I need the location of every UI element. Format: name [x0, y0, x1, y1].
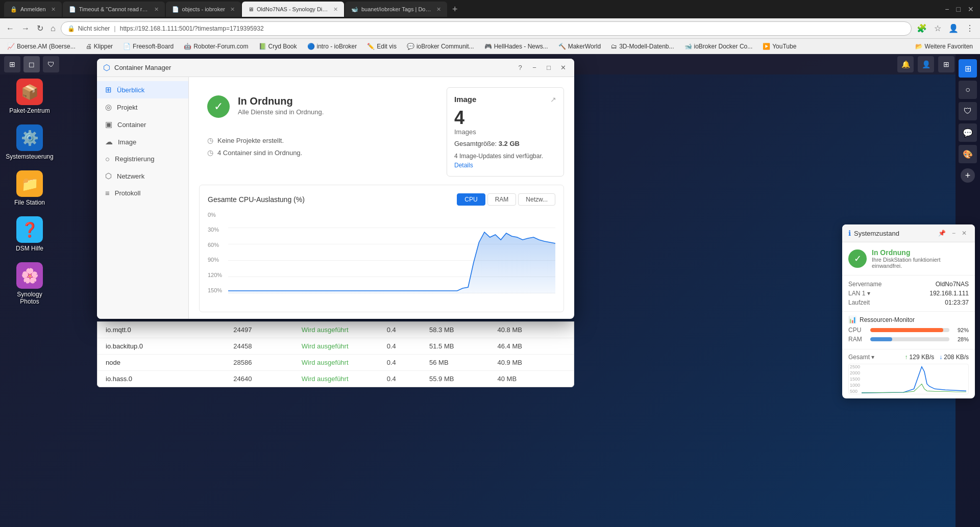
- sidebar-item-container[interactable]: ▣ Container: [97, 116, 188, 133]
- sidebar-item-image[interactable]: ☁ Image: [97, 133, 188, 150]
- synology-notification-icon[interactable]: 🔔: [897, 56, 914, 72]
- widget-close-button[interactable]: ✕: [960, 229, 969, 238]
- bookmark-maker[interactable]: 🔨MakerWorld: [555, 42, 604, 51]
- help-button[interactable]: ?: [515, 63, 525, 73]
- address-bar[interactable]: 🔒 Nicht sicher | https://192.168.1.111:5…: [61, 21, 912, 36]
- bookmark-youtube[interactable]: ▶️YouTube: [760, 42, 799, 51]
- resources-title: 📊 Ressourcen-Monitor: [848, 316, 969, 323]
- bookmarks-bar: 📈Boerse.AM (Boerse... 🖨Klipper 📄Freesoft…: [0, 39, 980, 54]
- new-tab-button[interactable]: +: [448, 2, 462, 17]
- widget-pin-button[interactable]: 📌: [936, 229, 948, 238]
- settings-button[interactable]: ⋮: [964, 21, 976, 35]
- y-label-0: 150%: [208, 287, 226, 293]
- widget-minimize-button[interactable]: −: [950, 229, 958, 238]
- synology-active-icon[interactable]: ◻: [23, 56, 40, 72]
- right-icon-chat[interactable]: 💬: [959, 123, 977, 142]
- desktop-icon-filestation[interactable]: 📁 File Station: [4, 166, 55, 210]
- widget-status-title: In Ordnung: [872, 248, 969, 257]
- status-ok-icon: ✓: [207, 95, 230, 118]
- back-button[interactable]: ←: [4, 22, 16, 35]
- uptime-label: Laufzeit: [848, 299, 870, 306]
- bookmark-klipper[interactable]: 🖨Klipper: [83, 42, 116, 51]
- close-button[interactable]: ✕: [558, 63, 568, 73]
- bookmark-button[interactable]: ☆: [932, 21, 943, 35]
- right-icon-shield[interactable]: 🛡: [959, 102, 977, 120]
- image-panel-expand-icon[interactable]: ↗: [550, 95, 556, 104]
- synology-user-icon[interactable]: 👤: [918, 56, 934, 72]
- sidebar-item-registrierung[interactable]: ○ Registrierung: [97, 150, 188, 167]
- desktop-icon-paket[interactable]: 📦 Paket-Zentrum: [4, 74, 55, 118]
- tab-close-2[interactable]: ✕: [154, 6, 159, 13]
- bookmark-3d[interactable]: 🗂3D-Modell-Datenb...: [608, 42, 677, 51]
- tab-close-1[interactable]: ✕: [51, 6, 56, 13]
- widget-info-icon: ℹ: [848, 229, 851, 237]
- profile-button[interactable]: 👤: [946, 21, 961, 35]
- reload-button[interactable]: ↻: [35, 21, 45, 35]
- bookmark-intro[interactable]: 🔵intro - ioBroker: [304, 42, 360, 51]
- tab-timeout[interactable]: 📄 Timeout & "Cannot read reposit... ✕: [63, 2, 165, 17]
- ram-label: RAM: [848, 336, 866, 343]
- not-secure-label: Nicht sicher: [78, 25, 110, 32]
- right-add-button[interactable]: +: [961, 168, 975, 183]
- image-details-link[interactable]: Details: [454, 162, 556, 169]
- right-icon-palette[interactable]: 🎨: [959, 145, 977, 163]
- cpu-bar: [870, 328, 949, 332]
- home-button[interactable]: ⌂: [48, 22, 58, 35]
- tab-close-3[interactable]: ✕: [230, 6, 235, 13]
- sidebar-item-protokoll[interactable]: ≡ Protokoll: [97, 185, 188, 202]
- bookmark-freesoft[interactable]: 📄Freesoft-Board: [120, 42, 177, 51]
- network-label[interactable]: Gesamt ▾: [848, 354, 874, 361]
- bookmark-edit[interactable]: ✏️Edit vis: [364, 42, 400, 51]
- tab-anmelden[interactable]: 🔒 Anmelden ✕: [4, 2, 62, 17]
- tab-objects[interactable]: 📄 objects - iobroker ✕: [166, 2, 241, 17]
- container-icon: ▣: [105, 120, 112, 129]
- tab-close-5[interactable]: ✕: [436, 6, 441, 13]
- ram-value: 28%: [953, 336, 969, 342]
- desktop-icon-photos[interactable]: 🌸 Synology Photos: [4, 258, 55, 309]
- system-widget: ℹ Systemzustand 📌 − ✕ ✓ In Ordnung Ihre …: [842, 224, 975, 398]
- sidebar-item-projekt[interactable]: ◎ Projekt: [97, 98, 188, 116]
- sidebar-label-projekt: Projekt: [117, 104, 137, 111]
- bookmark-boerse[interactable]: 📈Boerse.AM (Boerse...: [4, 42, 79, 51]
- forward-button[interactable]: →: [19, 22, 32, 35]
- close-browser[interactable]: ✕: [966, 3, 976, 15]
- chart-tab-network[interactable]: Netzw...: [518, 193, 555, 206]
- image-size-value: 3.2 GB: [499, 140, 520, 147]
- right-icon-grid[interactable]: ⊞: [959, 59, 977, 78]
- minimize-browser[interactable]: −: [943, 3, 951, 15]
- container-name-mqtt: io.mqtt.0: [106, 326, 233, 334]
- chart-tab-cpu[interactable]: CPU: [457, 193, 485, 206]
- tab-docker[interactable]: 🐋 buanet/iobroker Tags | Docker H... ✕: [345, 2, 447, 17]
- bookmark-iobroker[interactable]: 💬ioBroker Communit...: [404, 42, 477, 51]
- paket-icon: 📦: [16, 79, 43, 105]
- cpu-value: 92%: [953, 327, 969, 333]
- tab-synology[interactable]: 🖥 OldNo7NAS - Synology DiskSta... ✕: [242, 2, 344, 17]
- network-chart: 2500 2000 1500 1000 500: [848, 364, 969, 394]
- chart-title: Gesamte CPU-Auslastung (%): [208, 195, 305, 204]
- bookmark-hellhades[interactable]: 🎮HellHades - News...: [481, 42, 551, 51]
- maximize-browser[interactable]: □: [954, 3, 963, 15]
- bookmark-roboter[interactable]: 🤖Roboter-Forum.com: [181, 42, 251, 51]
- chart-tab-ram[interactable]: RAM: [487, 193, 517, 206]
- sidebar-label-registrierung: Registrierung: [115, 155, 154, 163]
- main-content: ✓ In Ordnung Alle Dienste sind in Ordnun…: [189, 77, 574, 319]
- synology-shield-icon[interactable]: 🛡: [43, 56, 59, 72]
- desktop-icon-systemsteuerung[interactable]: ⚙️ Systemsteuerung: [4, 120, 55, 164]
- registrierung-icon: ○: [105, 155, 110, 163]
- minimize-button[interactable]: −: [529, 63, 540, 73]
- sidebar-item-netzwerk[interactable]: ⬡ Netzwerk: [97, 167, 188, 185]
- container-mem-mqtt: 58.3 MB: [429, 326, 497, 334]
- extensions-button[interactable]: 🧩: [915, 21, 929, 35]
- lan-label[interactable]: LAN 1 ▾: [848, 290, 870, 297]
- right-icon-circle[interactable]: ○: [959, 81, 977, 99]
- bookmark-cryd[interactable]: 📗Cryd Book: [256, 42, 300, 51]
- bookmark-docker[interactable]: 🐋ioBroker Docker Co...: [681, 42, 756, 51]
- tab-close-4[interactable]: ✕: [333, 6, 338, 13]
- desktop-icon-dsmhilfe[interactable]: ❓ DSM Hilfe: [4, 212, 55, 256]
- maximize-button[interactable]: □: [544, 63, 554, 73]
- synology-grid-icon[interactable]: ⊞: [938, 56, 954, 72]
- synology-apps-icon[interactable]: ⊞: [4, 56, 20, 72]
- sidebar-item-uberblick[interactable]: ⊞ Überblick: [97, 81, 188, 98]
- chart-header: Gesamte CPU-Auslastung (%) CPU RAM Netzw…: [208, 193, 555, 206]
- bookmark-more[interactable]: 📂Weitere Favoriten: [912, 42, 976, 51]
